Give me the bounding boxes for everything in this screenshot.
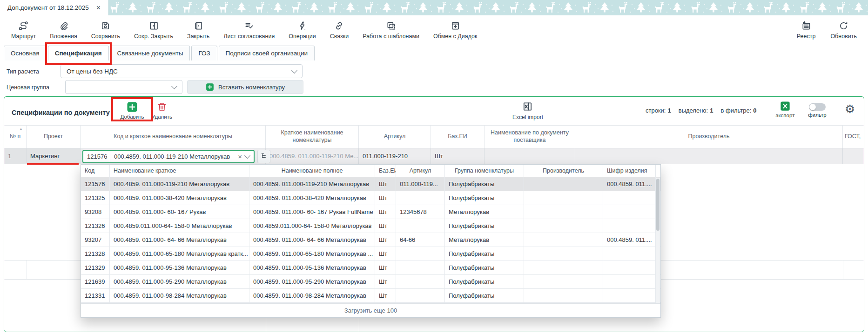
clear-icon[interactable]: × (235, 153, 245, 160)
dropdown-scrollbar[interactable] (656, 178, 660, 303)
reindeer-tree-pattern (544, 1, 580, 15)
dropdown-cell-cipher (603, 247, 656, 261)
dropdown-cell-code: 121329 (81, 261, 110, 274)
column-header[interactable]: № п (4, 126, 27, 148)
delete-row-button[interactable]: Удалить (148, 101, 175, 120)
column-header[interactable]: ГОСТ, (843, 126, 864, 148)
toolbar-button-label: Связки (330, 33, 349, 40)
dropdown-row[interactable]: 121328 000.4859. 011.000-65-180 Металлор… (81, 247, 660, 261)
dropdown-column-header[interactable]: Баз.ЕИ (375, 165, 396, 177)
load-more-button[interactable]: Загрузить еще 100 (81, 303, 660, 317)
dropdown-row[interactable]: 93207 000.4859. 011.000- 64- 66 Металлор… (81, 233, 660, 247)
dropdown-column-header[interactable]: Шифр изделия (603, 165, 656, 177)
insert-nomenclature-button[interactable]: Вставить номенклатуру (187, 80, 303, 94)
dropdown-column-header[interactable]: Производитель (524, 165, 603, 177)
column-header[interactable]: Проект (27, 126, 81, 148)
dropdown-rows: 121576 000.4859. 011.000-119-210 Металло… (81, 177, 660, 303)
dropdown-cell-full-name: 000.4859. 011.000- 60- 167 Рукав FullNam… (249, 205, 375, 219)
dropdown-column-header[interactable]: Код (81, 165, 110, 177)
dropdown-row[interactable]: 121329 000.4859. 011.000-95-136 Металлор… (81, 261, 660, 275)
dropdown-column-header[interactable]: Артикул (396, 165, 445, 177)
toolbar-left-group: Маршрут Вложения Сохранить Сохр. Закрыть… (11, 20, 477, 40)
manufacturer-cell[interactable] (575, 148, 843, 164)
dropdown-row[interactable]: 121331 000.4859. 011.000-98-284 Металлор… (81, 289, 660, 303)
toolbar-button[interactable]: Закрыть (187, 20, 209, 40)
hierarchy-picker-button[interactable] (257, 150, 270, 163)
scrollbar-thumb[interactable] (656, 179, 659, 231)
view-tab[interactable]: Спецификация (48, 46, 109, 60)
toolbar-button[interactable]: Обмен с Диадок (433, 20, 477, 40)
column-header[interactable]: Артикул (359, 126, 431, 148)
add-row-button[interactable]: Добавить (117, 101, 148, 120)
nomenclature-name-field[interactable]: 000.4859. 011.000-119-210 Металлорукав (110, 153, 235, 160)
refresh-icon (838, 20, 849, 31)
filter-toggle-button[interactable]: фильтр (803, 102, 832, 118)
attach-icon (58, 20, 69, 31)
column-header[interactable]: Краткое наименование номенклатуры (266, 126, 359, 148)
column-header[interactable]: Наименование по документу поставщика (484, 126, 575, 148)
dropdown-cell-group: Полуфабрикаты (445, 177, 524, 191)
dropdown-column-header[interactable]: Наименование полное (249, 165, 375, 177)
nomenclature-editor[interactable]: 121576 000.4859. 011.000-119-210 Металло… (82, 150, 255, 163)
dropdown-cell-cipher (603, 219, 656, 233)
unit-cell[interactable]: Шт (431, 148, 484, 164)
document-tab[interactable]: Доп.документ от 18.12.2025 × (0, 0, 108, 15)
template-icon (386, 20, 397, 31)
toolbar-button[interactable]: Сохр. Закрыть (134, 20, 173, 40)
dropdown-row[interactable]: 121326 000.4859.011.000-64- 158-0 Металл… (81, 219, 660, 233)
dropdown-cell-short-name: 000.4859. 011.000-65-180 Металлорукав кр… (110, 247, 249, 261)
chevron-down-icon[interactable] (244, 153, 250, 159)
dropdown-row[interactable]: 121576 000.4859. 011.000-119-210 Металло… (81, 177, 660, 191)
dropdown-row[interactable]: 121639 000.4859. 011.000-95-290 Металлор… (81, 275, 660, 289)
column-header[interactable]: Код и краткое наименование номенклатуры (81, 126, 266, 148)
view-tab[interactable]: ГОЗ (191, 46, 217, 60)
view-tab[interactable]: Подписи своей организации (219, 46, 315, 60)
toolbar-button[interactable]: Маршрут (11, 20, 36, 40)
export-button[interactable]: экспорт (773, 101, 797, 118)
sort-ascending-icon[interactable]: ▲ (19, 127, 23, 131)
close-icon[interactable]: × (96, 4, 101, 12)
dropdown-column-label: Наименование краткое (114, 167, 176, 174)
view-tab[interactable]: Основная (4, 46, 47, 60)
dropdown-column-header[interactable]: Группа номенклатуры (445, 165, 524, 177)
dropdown-row[interactable]: 93208 000.4859. 011.000- 60- 167 Рукав 0… (81, 205, 660, 219)
chevron-down-icon (171, 83, 177, 89)
dropdown-row[interactable]: 121325 000.4859. 011.000-38-420 Металлор… (81, 191, 660, 205)
dropdown-cell-short-name: 000.4859. 011.000-95-290 Металлорукав (110, 275, 249, 288)
supplier-name-cell[interactable] (484, 148, 575, 164)
toolbar-button[interactable]: Сохранить (91, 20, 120, 40)
toolbar: Маршрут Вложения Сохранить Сохр. Закрыть… (0, 15, 868, 44)
column-header-label: ГОСТ, (845, 133, 861, 140)
dropdown-cell-manufacturer (524, 219, 603, 233)
view-tab[interactable]: Связанные документы (110, 46, 190, 60)
column-header[interactable]: Производитель (575, 126, 843, 148)
diadoc-icon (450, 20, 461, 31)
toolbar-button[interactable]: Реестр (797, 20, 816, 40)
toolbar-button[interactable]: Обновить (830, 20, 857, 40)
dropdown-column-header[interactable]: Наименование краткое (110, 165, 249, 177)
price-group-label: Ценовая группа (7, 84, 49, 91)
dropdown-cell-full-name: 000.4859. 011.000- 64- 66 Металлорукав (249, 233, 375, 247)
toolbar-button-label: Лист согласования (223, 33, 275, 40)
toolbar-button[interactable]: Лист согласования (223, 20, 275, 40)
stat-item: в фильтре:0 (720, 107, 756, 114)
toolbar-button[interactable]: Связки (330, 20, 349, 40)
toolbar-button[interactable]: Вложения (50, 20, 77, 40)
gost-cell[interactable] (843, 148, 864, 164)
delete-row-label: Удалить (152, 114, 172, 120)
column-header[interactable]: Баз.ЕИ (431, 126, 484, 148)
gear-icon[interactable]: ⚙ (845, 103, 855, 115)
nomenclature-code-field[interactable]: 121576 (83, 151, 110, 162)
price-group-select[interactable] (65, 80, 182, 94)
stat-label: строки: (646, 107, 666, 114)
dropdown-cell-unit: Шт (375, 205, 396, 219)
project-cell[interactable]: Маркетинг (27, 148, 81, 164)
calc-type-select[interactable]: От цены без НДС (61, 64, 303, 78)
toolbar-button[interactable]: Работа с шаблонами (363, 20, 419, 40)
toolbar-button[interactable]: Операции (289, 20, 316, 40)
specifications-panel: Спецификации по документу Добавить Удали… (4, 96, 864, 332)
excel-import-button[interactable]: Excel import (511, 100, 545, 120)
filter-toggle[interactable] (809, 103, 826, 111)
article-cell[interactable]: 011.000-119-210 (359, 148, 431, 164)
dropdown-cell-group: Полуфабрикаты (445, 289, 524, 302)
